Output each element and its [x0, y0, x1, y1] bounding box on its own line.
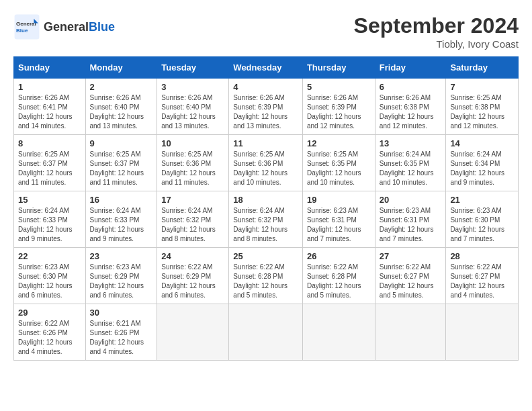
day-number: 29 — [18, 308, 81, 318]
day-cell: 13Sunrise: 6:24 AM Sunset: 6:35 PM Dayli… — [375, 135, 446, 191]
day-cell: 9Sunrise: 6:25 AM Sunset: 6:37 PM Daylig… — [85, 135, 157, 191]
day-info: Sunrise: 6:23 AM Sunset: 6:29 PM Dayligh… — [90, 263, 153, 300]
day-cell — [229, 304, 303, 361]
header-cell-monday: Monday — [85, 57, 157, 79]
day-cell: 20Sunrise: 6:23 AM Sunset: 6:31 PM Dayli… — [375, 191, 446, 248]
week-row-1: 1Sunrise: 6:26 AM Sunset: 6:41 PM Daylig… — [14, 79, 519, 135]
header-cell-saturday: Saturday — [446, 57, 519, 79]
day-number: 14 — [450, 138, 514, 148]
day-number: 2 — [90, 82, 153, 92]
day-cell: 25Sunrise: 6:22 AM Sunset: 6:28 PM Dayli… — [229, 248, 303, 304]
logo-text: GeneralBlue — [44, 20, 115, 34]
day-info: Sunrise: 6:22 AM Sunset: 6:28 PM Dayligh… — [233, 263, 298, 300]
day-number: 13 — [380, 138, 442, 148]
day-cell: 26Sunrise: 6:22 AM Sunset: 6:28 PM Dayli… — [302, 248, 375, 304]
day-number: 3 — [161, 82, 224, 92]
day-info: Sunrise: 6:24 AM Sunset: 6:33 PM Dayligh… — [90, 206, 153, 244]
day-cell: 8Sunrise: 6:25 AM Sunset: 6:37 PM Daylig… — [14, 135, 86, 191]
day-info: Sunrise: 6:22 AM Sunset: 6:26 PM Dayligh… — [18, 319, 81, 357]
header-cell-wednesday: Wednesday — [229, 57, 303, 79]
day-cell: 21Sunrise: 6:23 AM Sunset: 6:30 PM Dayli… — [446, 191, 519, 248]
day-cell: 22Sunrise: 6:23 AM Sunset: 6:30 PM Dayli… — [14, 248, 86, 304]
day-info: Sunrise: 6:25 AM Sunset: 6:37 PM Dayligh… — [90, 150, 153, 187]
day-info: Sunrise: 6:22 AM Sunset: 6:27 PM Dayligh… — [450, 263, 514, 300]
day-info: Sunrise: 6:22 AM Sunset: 6:29 PM Dayligh… — [161, 263, 224, 300]
day-info: Sunrise: 6:25 AM Sunset: 6:36 PM Dayligh… — [161, 150, 224, 187]
week-row-3: 15Sunrise: 6:24 AM Sunset: 6:33 PM Dayli… — [14, 191, 519, 248]
header-cell-tuesday: Tuesday — [157, 57, 229, 79]
day-number: 23 — [90, 251, 153, 261]
day-cell: 24Sunrise: 6:22 AM Sunset: 6:29 PM Dayli… — [157, 248, 229, 304]
day-info: Sunrise: 6:25 AM Sunset: 6:38 PM Dayligh… — [450, 93, 514, 131]
day-cell: 6Sunrise: 6:26 AM Sunset: 6:38 PM Daylig… — [375, 79, 446, 135]
day-cell: 7Sunrise: 6:25 AM Sunset: 6:38 PM Daylig… — [446, 79, 519, 135]
day-number: 30 — [90, 308, 153, 318]
header-cell-friday: Friday — [375, 57, 446, 79]
day-info: Sunrise: 6:24 AM Sunset: 6:32 PM Dayligh… — [233, 206, 298, 244]
header-cell-sunday: Sunday — [14, 57, 86, 79]
day-cell: 12Sunrise: 6:25 AM Sunset: 6:35 PM Dayli… — [302, 135, 375, 191]
day-cell: 11Sunrise: 6:25 AM Sunset: 6:36 PM Dayli… — [229, 135, 303, 191]
week-row-5: 29Sunrise: 6:22 AM Sunset: 6:26 PM Dayli… — [14, 304, 519, 361]
day-info: Sunrise: 6:24 AM Sunset: 6:32 PM Dayligh… — [161, 206, 224, 244]
day-number: 10 — [161, 138, 224, 148]
day-number: 7 — [450, 82, 514, 92]
header: General Blue GeneralBlue September 2024 … — [13, 13, 519, 50]
day-info: Sunrise: 6:23 AM Sunset: 6:30 PM Dayligh… — [450, 206, 514, 244]
week-row-4: 22Sunrise: 6:23 AM Sunset: 6:30 PM Dayli… — [14, 248, 519, 304]
day-number: 18 — [233, 195, 298, 205]
day-cell: 4Sunrise: 6:26 AM Sunset: 6:39 PM Daylig… — [229, 79, 303, 135]
month-title: September 2024 — [354, 13, 519, 38]
day-info: Sunrise: 6:25 AM Sunset: 6:35 PM Dayligh… — [307, 150, 371, 187]
day-cell: 30Sunrise: 6:21 AM Sunset: 6:26 PM Dayli… — [85, 304, 157, 361]
calendar-table: SundayMondayTuesdayWednesdayThursdayFrid… — [13, 56, 519, 361]
day-cell — [446, 304, 519, 361]
day-info: Sunrise: 6:25 AM Sunset: 6:37 PM Dayligh… — [18, 150, 81, 187]
day-info: Sunrise: 6:24 AM Sunset: 6:35 PM Dayligh… — [380, 150, 442, 187]
day-info: Sunrise: 6:26 AM Sunset: 6:38 PM Dayligh… — [380, 93, 442, 131]
day-number: 22 — [18, 251, 81, 261]
day-cell: 28Sunrise: 6:22 AM Sunset: 6:27 PM Dayli… — [446, 248, 519, 304]
day-number: 11 — [233, 138, 298, 148]
day-cell: 1Sunrise: 6:26 AM Sunset: 6:41 PM Daylig… — [14, 79, 86, 135]
logo: General Blue GeneralBlue — [13, 13, 115, 40]
day-number: 9 — [90, 138, 153, 148]
day-number: 28 — [450, 251, 514, 261]
day-cell — [157, 304, 229, 361]
day-cell: 10Sunrise: 6:25 AM Sunset: 6:36 PM Dayli… — [157, 135, 229, 191]
day-cell: 23Sunrise: 6:23 AM Sunset: 6:29 PM Dayli… — [85, 248, 157, 304]
day-info: Sunrise: 6:21 AM Sunset: 6:26 PM Dayligh… — [90, 319, 153, 357]
day-cell: 3Sunrise: 6:26 AM Sunset: 6:40 PM Daylig… — [157, 79, 229, 135]
day-cell: 2Sunrise: 6:26 AM Sunset: 6:40 PM Daylig… — [85, 79, 157, 135]
day-info: Sunrise: 6:23 AM Sunset: 6:30 PM Dayligh… — [18, 263, 81, 300]
svg-text:Blue: Blue — [16, 28, 28, 34]
day-info: Sunrise: 6:26 AM Sunset: 6:40 PM Dayligh… — [161, 93, 224, 131]
day-number: 25 — [233, 251, 298, 261]
day-info: Sunrise: 6:25 AM Sunset: 6:36 PM Dayligh… — [233, 150, 298, 187]
day-info: Sunrise: 6:23 AM Sunset: 6:31 PM Dayligh… — [307, 206, 371, 244]
title-area: September 2024 Tiobly, Ivory Coast — [354, 13, 519, 50]
day-number: 27 — [380, 251, 442, 261]
day-info: Sunrise: 6:26 AM Sunset: 6:41 PM Dayligh… — [18, 93, 81, 131]
day-number: 4 — [233, 82, 298, 92]
day-number: 21 — [450, 195, 514, 205]
day-cell: 29Sunrise: 6:22 AM Sunset: 6:26 PM Dayli… — [14, 304, 86, 361]
day-info: Sunrise: 6:26 AM Sunset: 6:39 PM Dayligh… — [307, 93, 371, 131]
day-cell: 18Sunrise: 6:24 AM Sunset: 6:32 PM Dayli… — [229, 191, 303, 248]
day-number: 15 — [18, 195, 81, 205]
day-info: Sunrise: 6:26 AM Sunset: 6:40 PM Dayligh… — [90, 93, 153, 131]
day-number: 17 — [161, 195, 224, 205]
day-cell — [302, 304, 375, 361]
day-cell: 14Sunrise: 6:24 AM Sunset: 6:34 PM Dayli… — [446, 135, 519, 191]
day-number: 24 — [161, 251, 224, 261]
logo-icon: General Blue — [13, 13, 40, 40]
day-info: Sunrise: 6:22 AM Sunset: 6:27 PM Dayligh… — [380, 263, 442, 300]
day-cell: 27Sunrise: 6:22 AM Sunset: 6:27 PM Dayli… — [375, 248, 446, 304]
day-number: 6 — [380, 82, 442, 92]
day-number: 20 — [380, 195, 442, 205]
location-title: Tiobly, Ivory Coast — [354, 38, 519, 50]
day-cell: 15Sunrise: 6:24 AM Sunset: 6:33 PM Dayli… — [14, 191, 86, 248]
day-number: 1 — [18, 82, 81, 92]
svg-rect-0 — [15, 15, 40, 40]
day-cell: 17Sunrise: 6:24 AM Sunset: 6:32 PM Dayli… — [157, 191, 229, 248]
